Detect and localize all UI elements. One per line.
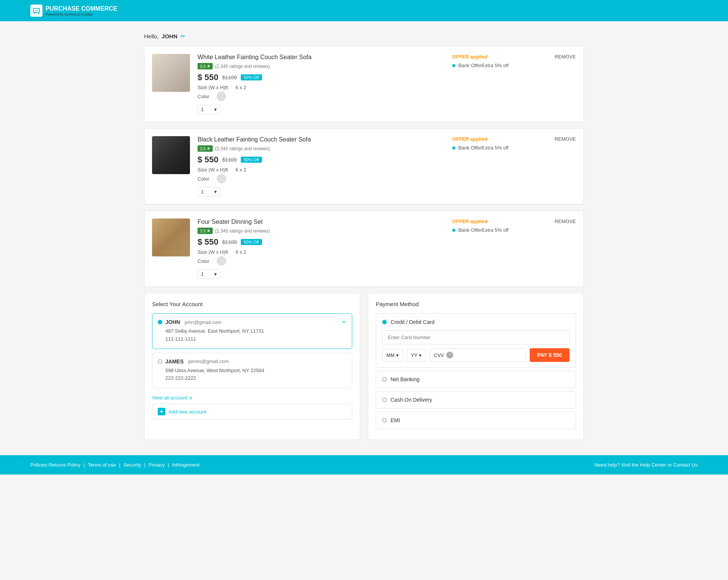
item-offer-2: OFFER applied Bank OfferExtra 5% off: [445, 136, 540, 151]
footer-policies-label: Policies:: [30, 462, 49, 468]
payment-option-cod[interactable]: Cash On Delivery: [376, 391, 576, 409]
color-circle-2[interactable]: [217, 174, 226, 183]
header: PURCHASE COMMERCE Powered by Nucleus & A…: [0, 0, 728, 21]
payment-dot-netbanking: [382, 377, 387, 382]
year-select[interactable]: YY ▾: [407, 349, 426, 362]
offer-item-1: Bank OfferExtra 5% off: [452, 63, 540, 68]
main-content: Hello, JOHN ✏ White Leather Fainting Cou…: [144, 21, 584, 448]
payment-option-emi[interactable]: EMI: [376, 412, 576, 429]
account-name-2: JAMES: [165, 358, 184, 365]
account-card-1[interactable]: JOHN john@gmail.com ✏ 487 Selby Avenue, …: [152, 313, 352, 349]
payment-option-emi-header: EMI: [382, 417, 570, 423]
logo-area: PURCHASE COMMERCE Powered by Nucleus & A…: [30, 5, 117, 17]
qty-value-2: 1: [201, 189, 204, 195]
item-name-2: Black Leather Fainting Couch Seater Sofa: [198, 136, 437, 143]
price-row-2: $ 550 $1100 50% Off: [198, 155, 437, 165]
payment-dot-card: [382, 320, 387, 324]
price-row-1: $ 550 $1100 50% Off: [198, 72, 437, 82]
account-card-2[interactable]: JAMES james@gmail.com 598 Ubss Avenue, W…: [152, 353, 352, 388]
footer-terms-link[interactable]: Terms of use: [88, 462, 116, 468]
offer-dot-1: [452, 64, 455, 67]
price-original-3: $1100: [222, 239, 237, 245]
payment-label-netbanking: Net Banking: [391, 376, 419, 382]
rating-badge-2: 3.5 ★: [198, 145, 213, 152]
item-name-3: Four Seater Dinning Set: [198, 218, 437, 225]
color-row-1: Color: [198, 92, 437, 101]
account-section: Select Your Account JOHN john@gmail.com …: [144, 293, 360, 440]
size-row-2: Size (W x H)ft 6 x 2: [198, 167, 437, 173]
view-all-accounts-btn[interactable]: View all account ∨: [152, 392, 193, 404]
remove-btn-3[interactable]: REMOVE: [547, 218, 576, 224]
offer-item-3: Bank OfferExtra 5% off: [452, 227, 540, 233]
item-details-2: Black Leather Fainting Couch Seater Sofa…: [198, 136, 437, 196]
logo-icon: [30, 5, 42, 17]
footer-privacy-link[interactable]: Privacy: [149, 462, 165, 468]
qty-value-3: 1: [201, 271, 204, 277]
cvv-label: CVV: [434, 352, 444, 358]
account-name-1: JOHN: [165, 319, 180, 325]
add-account-icon: +: [158, 408, 165, 415]
discount-badge-3: 50% Off: [241, 239, 262, 245]
year-label: YY: [411, 352, 417, 358]
offer-text-3: Bank OfferExtra 5% off: [458, 227, 508, 233]
discount-badge-2: 50% Off: [241, 157, 262, 163]
payment-section-title: Payment Method: [376, 301, 576, 307]
color-circle-3[interactable]: [217, 256, 226, 266]
offer-applied-3: OFFER applied: [452, 218, 540, 224]
pay-button[interactable]: PAY $ 550: [530, 348, 570, 362]
qty-selector-1[interactable]: 1 ▾: [198, 105, 220, 114]
discount-badge-1: 50% Off: [241, 74, 262, 80]
qty-chevron-2: ▾: [214, 189, 217, 195]
offer-dot-2: [452, 146, 455, 149]
account-section-title: Select Your Account: [152, 301, 352, 307]
card-inputs: MM ▾ YY ▾ CVV ? PAY $ 550: [382, 330, 570, 362]
qty-selector-2[interactable]: 1 ▾: [198, 187, 220, 196]
price-current-2: $ 550: [198, 155, 218, 165]
payment-option-cod-header: Cash On Delivery: [382, 397, 570, 403]
product-image-2: [152, 136, 190, 174]
bottom-section: Select Your Account JOHN john@gmail.com …: [144, 293, 584, 440]
product-image-1: [152, 54, 190, 92]
size-row-3: Size (W x H)ft 6 x 2: [198, 249, 437, 255]
add-account-btn[interactable]: + Add new account: [152, 404, 352, 420]
rating-count-1: (2,345 ratings and reviews): [215, 64, 270, 69]
price-row-3: $ 550 $1100 50% Off: [198, 237, 437, 247]
rating-badge-1: 3.5 ★: [198, 63, 213, 69]
qty-selector-3[interactable]: 1 ▾: [198, 269, 220, 279]
cvv-input[interactable]: CVV ?: [430, 348, 526, 362]
price-original-2: $1100: [222, 157, 237, 163]
account-edit-icon-1[interactable]: ✏: [342, 319, 347, 325]
offer-applied-2: OFFER applied: [452, 136, 540, 142]
color-circle-1[interactable]: [217, 92, 226, 101]
rating-badge-3: 3.5 ★: [198, 228, 213, 234]
size-row-1: Size (W x H)ft 6 x 2: [198, 85, 437, 90]
cvv-help-icon[interactable]: ?: [446, 352, 453, 358]
price-current-3: $ 550: [198, 237, 218, 247]
card-number-input[interactable]: [382, 330, 570, 344]
remove-btn-2[interactable]: REMOVE: [547, 136, 576, 142]
footer-security-link[interactable]: Security: [123, 462, 141, 468]
account-email-1: john@gmail.com: [185, 319, 221, 325]
size-label-3: Size (W x H)ft: [198, 249, 228, 255]
remove-btn-1[interactable]: REMOVE: [547, 54, 576, 60]
item-name-1: White Leather Fainting Couch Seater Sofa: [198, 54, 437, 61]
footer-links: Policies: Returns Policy | Terms of use …: [30, 462, 199, 468]
offer-dot-3: [452, 229, 455, 232]
greeting-edit-icon[interactable]: ✏: [180, 33, 185, 40]
account-header-2: JAMES james@gmail.com: [158, 358, 347, 365]
rating-row-3: 3.5 ★ (2,345 ratings and reviews): [198, 228, 437, 234]
size-label-2: Size (W x H)ft: [198, 167, 228, 173]
footer-infringement-link[interactable]: Infringement: [172, 462, 199, 468]
month-chevron: ▾: [396, 352, 399, 358]
month-select[interactable]: MM ▾: [382, 349, 403, 362]
item-offer-3: OFFER applied Bank OfferExtra 5% off: [445, 218, 540, 233]
payment-option-netbanking[interactable]: Net Banking: [376, 371, 576, 388]
item-details-1: White Leather Fainting Couch Seater Sofa…: [198, 54, 437, 114]
payment-option-card[interactable]: Credit / Debit Card MM ▾ YY ▾: [376, 313, 576, 368]
year-chevron: ▾: [419, 352, 422, 358]
footer-returns-link[interactable]: Returns Policy: [49, 462, 80, 468]
account-address-1: 487 Selby Avenue, East Northport, NY 117…: [165, 327, 347, 343]
cart-item-1: White Leather Fainting Couch Seater Sofa…: [144, 46, 584, 122]
color-label-3: Color: [198, 258, 209, 264]
qty-chevron-1: ▾: [214, 107, 217, 112]
